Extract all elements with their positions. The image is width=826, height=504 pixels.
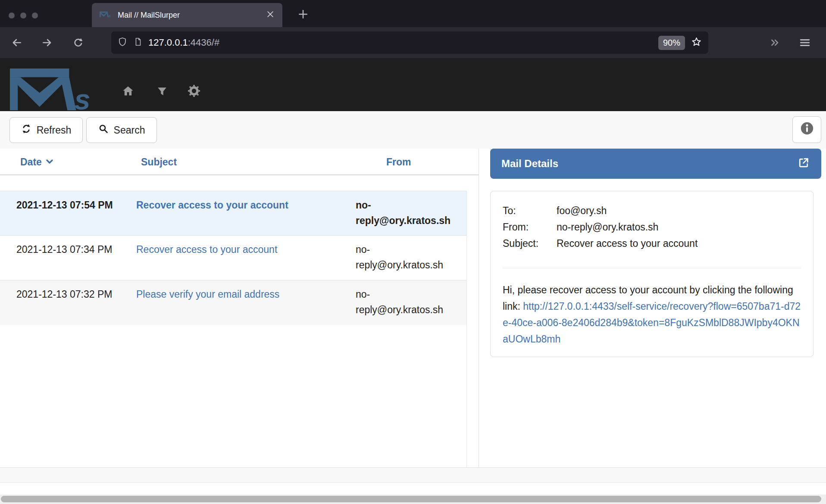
mail-from: no-reply@ory.kratos.sh [356,286,455,317]
sort-chevron-down-icon [45,156,54,168]
field-to-label: To: [503,202,557,219]
new-tab-button[interactable] [297,8,310,21]
column-header-date[interactable]: Date [20,156,54,168]
horizontal-scrollbar-thumb[interactable] [1,496,821,502]
field-subject-label: Subject: [503,235,557,252]
overflow-chevrons-icon[interactable] [770,37,781,48]
app-toolbar: Refresh Search [0,111,826,149]
svg-text:s: s [74,84,90,110]
panel-divider [479,149,479,483]
info-icon [800,121,814,138]
mail-from: no-reply@ory.kratos.sh [356,197,455,228]
field-subject: Subject: Recover access to your account [503,235,801,252]
field-from-label: From: [503,219,557,235]
mail-date: 2021-12-13 07:54 PM [16,197,113,213]
mail-date: 2021-12-13 07:32 PM [16,286,113,302]
mail-date: 2021-12-13 07:34 PM [16,242,113,257]
refresh-icon [21,124,31,137]
column-header-from-label: From [386,156,411,168]
mail-row-selected[interactable]: 2021-12-13 07:54 PM Recover access to yo… [0,191,466,236]
mail-subject-link[interactable]: Recover access to your account [136,197,347,213]
search-button[interactable]: Search [86,117,157,143]
menu-hamburger-icon[interactable] [799,37,810,48]
window-controls[interactable] [9,12,38,19]
home-icon[interactable] [122,85,135,99]
settings-gear-icon[interactable] [188,85,200,99]
browser-navbar: 127.0.0.1:4436/# 90% [0,27,826,58]
url-path: :4436/# [188,37,219,48]
recovery-link[interactable]: http://127.0.0.1:4433/self-service/recov… [503,301,801,345]
column-header-from[interactable]: From [386,156,411,168]
search-label: Search [114,124,145,136]
mail-list: 2021-12-13 07:54 PM Recover access to yo… [0,191,467,467]
forward-icon[interactable] [41,37,53,48]
page-info-icon [133,37,143,48]
mail-body: Hi, please recover access to your accoun… [503,282,801,347]
browser-tab[interactable]: s Mail // MailSlurper [92,3,282,27]
mailslurper-navbar: s [0,58,826,111]
info-button[interactable] [792,116,821,143]
field-to-value: foo@ory.sh [557,202,607,219]
refresh-label: Refresh [37,124,72,136]
url-text: 127.0.0.1:4436/# [148,37,653,48]
svg-text:s: s [109,13,111,17]
open-external-icon[interactable] [797,156,810,171]
reload-icon[interactable] [72,37,84,48]
tab-close-icon[interactable] [266,10,275,20]
horizontal-scrollbar[interactable] [0,495,826,504]
url-domain: 127.0.0.1 [148,37,188,48]
field-from: From: no-reply@ory.kratos.sh [503,219,801,235]
field-to: To: foo@ory.sh [503,202,801,219]
mail-details-header: Mail Details [490,149,821,179]
bottom-strip [0,468,826,483]
column-header-subject[interactable]: Subject [141,156,177,168]
field-from-value: no-reply@ory.kratos.sh [557,219,658,235]
mail-row[interactable]: 2021-12-13 07:34 PM Recover access to yo… [0,236,466,280]
browser-titlebar: s Mail // MailSlurper [0,0,826,27]
refresh-button[interactable]: Refresh [9,117,83,143]
tab-title: Mail // MailSlurper [118,11,266,20]
details-separator [503,268,801,268]
url-bar[interactable]: 127.0.0.1:4436/# 90% [111,31,708,54]
shield-icon[interactable] [117,37,128,49]
column-header-subject-label: Subject [141,156,177,168]
column-header-date-label: Date [20,156,42,168]
field-subject-value: Recover access to your account [557,235,698,252]
bookmark-star-icon[interactable] [691,36,702,50]
table-header-divider [0,174,479,175]
mail-details-title: Mail Details [501,158,797,170]
mailslurper-favicon-icon: s [100,11,112,19]
mail-subject-link[interactable]: Recover access to your account [136,242,347,257]
mailslurper-logo: s [10,68,97,112]
mail-details-card: To: foo@ory.sh From: no-reply@ory.kratos… [490,191,813,357]
browser-window: s Mail // MailSlurper [0,0,826,504]
zoom-level-badge[interactable]: 90% [658,36,685,50]
back-icon[interactable] [11,37,22,48]
mail-subject-link[interactable]: Please verify your email address [136,286,347,302]
search-icon [98,124,109,137]
mail-from: no-reply@ory.kratos.sh [356,242,455,273]
bottom-strip-white [0,483,826,495]
mail-row[interactable]: 2021-12-13 07:32 PM Please verify your e… [0,280,466,325]
filter-icon[interactable] [157,86,167,98]
